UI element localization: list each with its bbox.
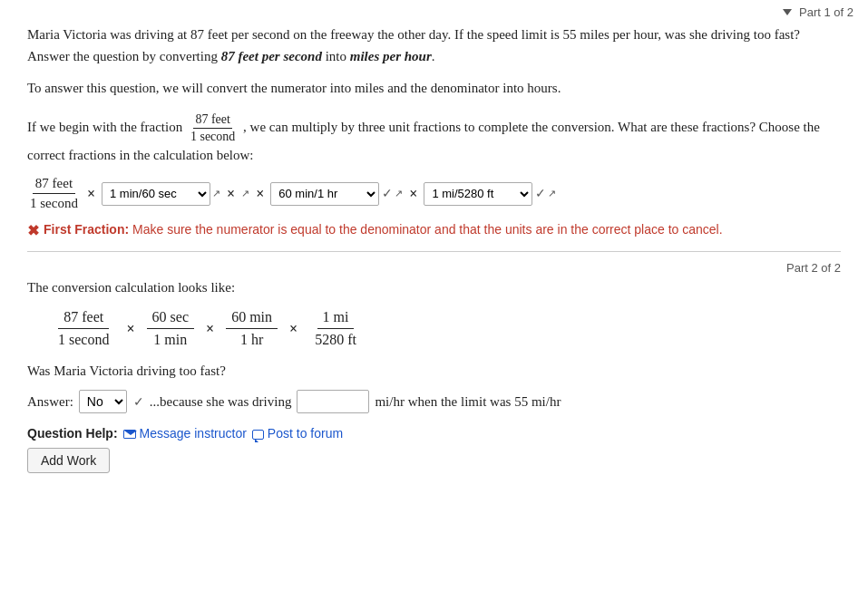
dropdown-container-2: 1 min/60 sec 60 sec/1 min 1 hr/60 min 60… xyxy=(270,182,403,206)
was-question-text: Was Maria Victoria driving too fast? xyxy=(27,363,841,379)
part-label-top: Part 1 of 2 xyxy=(783,5,853,19)
triangle-icon xyxy=(783,9,792,15)
problem-text: Maria Victoria was driving at 87 feet pe… xyxy=(27,24,841,67)
conversion-row: 87 feet 1 second × 1 min/60 sec 60 sec/1… xyxy=(27,174,841,213)
multiply-sign-3: × xyxy=(256,186,264,202)
page-container: Part 1 of 2 Maria Victoria was driving a… xyxy=(0,0,868,591)
answer-yes-no-select[interactable]: Yes No xyxy=(79,390,127,413)
conv-frac-4: 1 mi 5280 ft xyxy=(309,306,362,351)
multiply-sign-2: × xyxy=(227,186,235,202)
dropdown3-arrow[interactable]: ↗ xyxy=(548,188,556,199)
part2-label: Part 2 of 2 xyxy=(27,261,841,275)
fraction-dropdown-2[interactable]: 1 min/60 sec 60 sec/1 min 1 hr/60 min 60… xyxy=(270,182,379,206)
forum-icon xyxy=(252,430,264,440)
add-work-button[interactable]: Add Work xyxy=(27,448,110,473)
error-x-icon: ✖ xyxy=(27,220,39,242)
answer-middle-text: ...because she was driving xyxy=(150,394,292,410)
answer-select-checkmark: ✓ xyxy=(133,394,144,410)
post-forum-label: Post to forum xyxy=(268,426,343,441)
message-instructor-link[interactable]: Message instructor xyxy=(123,426,247,441)
section-divider xyxy=(27,251,841,252)
multiply-sign-4: × xyxy=(409,186,417,202)
checkmark-2: ✓ xyxy=(382,186,393,201)
conv-frac-2: 60 sec 1 min xyxy=(147,306,194,351)
question-help-label: Question Help: xyxy=(27,426,118,441)
fraction-dropdown-1[interactable]: 1 min/60 sec 60 sec/1 min 1 hr/60 min 60… xyxy=(102,182,210,206)
fraction-dropdown-3[interactable]: 1 mi/5280 ft 5280 ft/1 mi xyxy=(424,182,532,206)
conv-multiply-3: × xyxy=(289,321,297,337)
multiply-sign-1: × xyxy=(87,186,95,202)
conv-multiply-2: × xyxy=(206,321,214,337)
question-help-row: Question Help: Message instructor Post t… xyxy=(27,426,841,441)
mail-icon xyxy=(123,430,136,439)
checkmark-3: ✓ xyxy=(535,186,546,201)
intro-fraction: 87 feet 1 second xyxy=(189,111,237,145)
conv-frac-3: 60 min 1 hr xyxy=(226,306,278,351)
dropdown1-arrow[interactable]: ↗ xyxy=(212,188,220,199)
part1-section: Maria Victoria was driving at 87 feet pe… xyxy=(27,24,841,242)
message-instructor-label: Message instructor xyxy=(140,426,247,441)
dropdown-container-3: 1 mi/5280 ft 5280 ft/1 mi ✓ ↗ xyxy=(424,182,556,206)
part2-section: The conversion calculation looks like: 8… xyxy=(27,280,841,473)
conv-multiply-1: × xyxy=(126,321,134,337)
conversion-looks-like-text: The conversion calculation looks like: xyxy=(27,280,841,296)
error-message: ✖ First Fraction: Make sure the numerato… xyxy=(27,220,841,242)
add-work-label: Add Work xyxy=(41,453,96,468)
answer-value-input[interactable] xyxy=(297,390,369,413)
dropdown2-arrow[interactable]: ↗ xyxy=(395,188,403,199)
answer-label: Answer: xyxy=(27,394,73,410)
start-fraction: 87 feet 1 second xyxy=(27,174,81,213)
sup-arrow-1[interactable]: ↗ xyxy=(241,188,249,199)
dropdown-container-1: 1 min/60 sec 60 sec/1 min 1 hr/60 min 60… xyxy=(102,182,220,206)
conv-frac-1: 87 feet 1 second xyxy=(53,306,114,351)
subtext: To answer this question, we will convert… xyxy=(27,78,841,99)
answer-suffix-text: mi/hr when the limit was 55 mi/hr xyxy=(375,394,561,410)
post-forum-link[interactable]: Post to forum xyxy=(252,426,343,441)
conversion-display: 87 feet 1 second × 60 sec 1 min × 60 min… xyxy=(53,306,841,351)
fraction-intro: If we begin with the fraction 87 feet 1 … xyxy=(27,111,841,166)
answer-row: Answer: Yes No ✓ ...because she was driv… xyxy=(27,390,841,413)
